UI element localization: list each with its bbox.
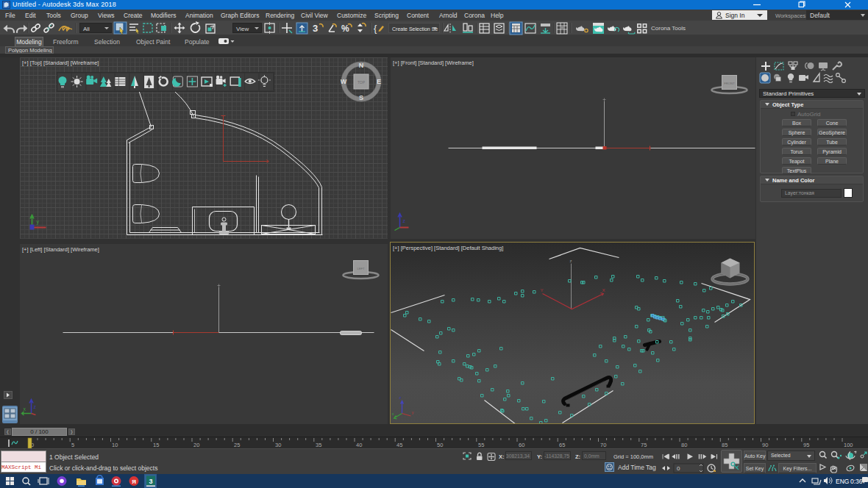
svg-text:z: z bbox=[34, 404, 37, 409]
svg-text:50: 50 bbox=[437, 442, 443, 448]
svg-text:FRONT: FRONT bbox=[724, 82, 735, 85]
svg-text:35: 35 bbox=[316, 442, 321, 448]
svg-text:5: 5 bbox=[71, 442, 74, 448]
svg-text:z: z bbox=[403, 218, 406, 223]
svg-text:100: 100 bbox=[844, 442, 853, 448]
svg-text:10: 10 bbox=[112, 442, 118, 448]
svg-text:x: x bbox=[392, 412, 394, 416]
svg-text:x: x bbox=[24, 406, 26, 412]
svg-text:W: W bbox=[341, 78, 347, 85]
svg-text:3: 3 bbox=[149, 478, 152, 485]
svg-text:70: 70 bbox=[600, 442, 606, 448]
svg-text:y: y bbox=[412, 410, 414, 415]
svg-text:N: N bbox=[359, 62, 364, 69]
svg-text:85: 85 bbox=[722, 442, 728, 448]
svg-text:15: 15 bbox=[153, 442, 159, 448]
svg-text:z: z bbox=[570, 259, 572, 263]
svg-text:55: 55 bbox=[478, 442, 484, 448]
svg-text:Я: Я bbox=[132, 478, 136, 485]
svg-text:75: 75 bbox=[641, 442, 647, 448]
svg-text:y: y bbox=[37, 219, 40, 225]
svg-text:z: z bbox=[399, 395, 402, 400]
svg-text:3: 3 bbox=[313, 23, 318, 34]
svg-text:S: S bbox=[359, 94, 363, 101]
svg-text:ENG: ENG bbox=[836, 478, 849, 485]
svg-text:{: { bbox=[374, 23, 377, 34]
svg-text:80: 80 bbox=[681, 442, 687, 448]
svg-text:95: 95 bbox=[803, 442, 809, 448]
svg-text:20: 20 bbox=[193, 442, 199, 448]
svg-text:65: 65 bbox=[559, 442, 565, 448]
svg-text:60: 60 bbox=[519, 442, 524, 448]
svg-text:X: X bbox=[602, 288, 605, 293]
svg-text:30: 30 bbox=[275, 442, 281, 448]
svg-text:Y: Y bbox=[541, 288, 544, 293]
svg-text:LEFT: LEFT bbox=[357, 267, 365, 270]
svg-text:0: 0 bbox=[677, 465, 680, 472]
svg-text:E: E bbox=[377, 78, 381, 85]
svg-text:%: % bbox=[341, 24, 349, 34]
svg-text:0:36: 0:36 bbox=[850, 478, 863, 485]
svg-text:25: 25 bbox=[234, 442, 240, 448]
svg-text:45: 45 bbox=[396, 442, 402, 448]
svg-text:90: 90 bbox=[762, 442, 768, 448]
svg-text:40: 40 bbox=[356, 442, 362, 448]
svg-text:TOP: TOP bbox=[357, 80, 366, 85]
